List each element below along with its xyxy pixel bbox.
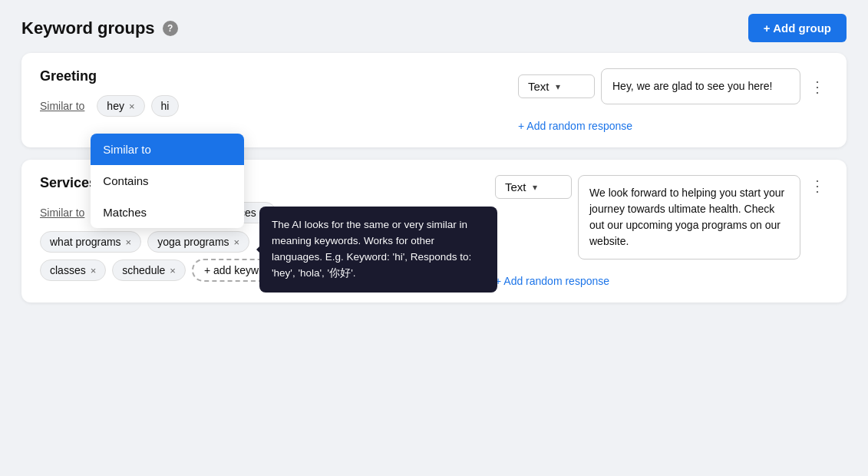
services-add-random-response[interactable]: + Add random response bbox=[495, 275, 609, 287]
greeting-response-header: Text ▾ Hey, we are glad to see you here!… bbox=[518, 68, 828, 104]
services-dropdown-chevron-icon: ▾ bbox=[533, 182, 537, 193]
services-text-dropdown[interactable]: Text ▾ bbox=[495, 175, 572, 199]
greeting-dropdown-chevron-icon: ▾ bbox=[556, 81, 560, 92]
keyword-tag-hey: hey × bbox=[97, 95, 144, 117]
dropdown-item-matches[interactable]: Matches bbox=[91, 197, 244, 228]
remove-schedule-button[interactable]: × bbox=[170, 265, 176, 276]
greeting-keywords-row: Similar to Similar to Contains Matches h… bbox=[40, 95, 506, 117]
greeting-group-left: Greeting Similar to Similar to Contains … bbox=[40, 68, 506, 132]
services-response-col: Text ▾ We look forward to helping you st… bbox=[495, 175, 828, 287]
greeting-dropdown-menu[interactable]: Similar to Contains Matches bbox=[91, 134, 244, 228]
greeting-similar-to-label[interactable]: Similar to bbox=[40, 100, 84, 112]
greeting-add-random-response[interactable]: + Add random response bbox=[518, 120, 632, 132]
dropdown-item-similar-to[interactable]: Similar to bbox=[91, 134, 244, 165]
add-group-button[interactable]: + Add group bbox=[748, 14, 847, 42]
remove-hey-button[interactable]: × bbox=[129, 101, 135, 112]
help-icon[interactable]: ? bbox=[163, 21, 178, 36]
keyword-tag-hi: hi bbox=[151, 95, 180, 117]
services-response-box[interactable]: We look forward to helping you start you… bbox=[578, 175, 800, 259]
greeting-response-box[interactable]: Hey, we are glad to see you here! bbox=[601, 68, 800, 104]
greeting-group-card: Greeting Similar to Similar to Contains … bbox=[21, 53, 847, 147]
services-similar-to-label[interactable]: Similar to bbox=[40, 207, 84, 219]
remove-yoga-programs-button[interactable]: × bbox=[234, 236, 240, 248]
keyword-tag-yoga-programs: yoga programs × bbox=[147, 231, 249, 253]
remove-classes-button[interactable]: × bbox=[91, 265, 97, 276]
greeting-three-dots-menu[interactable]: ⋮ bbox=[807, 76, 828, 98]
content-area: Greeting Similar to Similar to Contains … bbox=[0, 53, 868, 302]
greeting-group-title: Greeting bbox=[40, 68, 506, 84]
greeting-group-header: Greeting bbox=[40, 68, 506, 84]
services-response-header: Text ▾ We look forward to helping you st… bbox=[495, 175, 828, 259]
page-title-row: Keyword groups ? bbox=[21, 18, 178, 38]
greeting-group-body: Greeting Similar to Similar to Contains … bbox=[40, 68, 828, 132]
tooltip-bubble: The AI looks for the same or very simila… bbox=[259, 207, 497, 293]
dropdown-item-contains[interactable]: Contains bbox=[91, 165, 244, 197]
keyword-tag-what-programs: what programs × bbox=[40, 231, 141, 253]
greeting-response-col: Text ▾ Hey, we are glad to see you here!… bbox=[518, 68, 828, 132]
greeting-text-dropdown[interactable]: Text ▾ bbox=[518, 74, 595, 98]
page-title: Keyword groups bbox=[21, 18, 155, 38]
keyword-tag-schedule: schedule × bbox=[112, 259, 186, 281]
remove-what-programs-button[interactable]: × bbox=[126, 236, 132, 248]
services-three-dots-menu[interactable]: ⋮ bbox=[807, 175, 828, 197]
keyword-tag-classes: classes × bbox=[40, 259, 106, 281]
page-header: Keyword groups ? + Add group bbox=[0, 0, 868, 53]
